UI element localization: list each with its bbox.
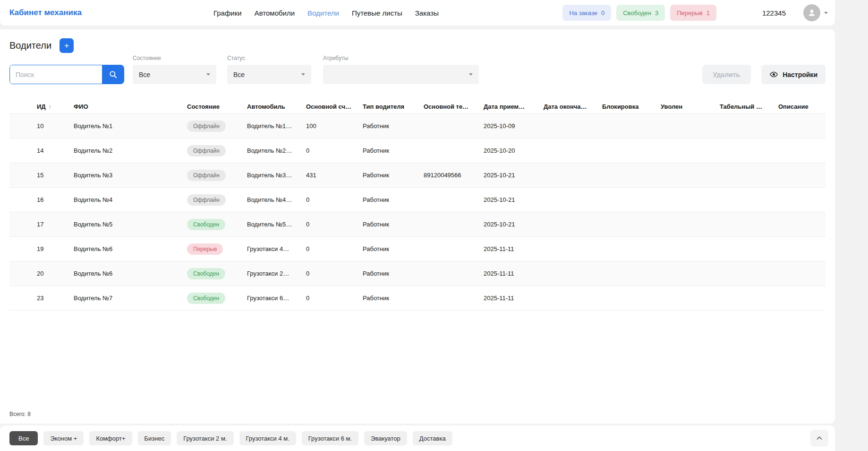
column-header[interactable]: Описание: [778, 103, 825, 110]
table-row[interactable]: 17Водитель №5СвободенВодитель №5…0Работн…: [9, 212, 825, 237]
collapse-button[interactable]: [810, 430, 828, 447]
nav-item[interactable]: Автомобили: [255, 9, 295, 17]
cell-fio: Водитель №6: [74, 270, 187, 277]
delete-button[interactable]: Удалить: [702, 65, 751, 84]
add-driver-button[interactable]: +: [60, 38, 74, 53]
status-badge-break[interactable]: Перерыв1: [670, 5, 716, 21]
table-header-row: ИД↑ФИОСостояниеАвтомобильОсновной сч…Тип…: [9, 99, 825, 113]
cell-id: 17: [9, 221, 74, 228]
attributes-filter-select[interactable]: [323, 65, 479, 84]
status-filter-value: Все: [233, 71, 245, 78]
state-pill: Оффлайн: [187, 121, 226, 132]
class-chip[interactable]: Грузотакси 6 м.: [302, 431, 358, 445]
status-badge-label: На заказе: [569, 9, 597, 17]
column-header[interactable]: ИД↑: [9, 103, 74, 110]
cell-account: 100: [306, 122, 363, 130]
table-row[interactable]: 19Водитель №6ПерерывГрузотакси 4…0Работн…: [9, 237, 825, 261]
column-header[interactable]: Дата прием…: [484, 103, 544, 110]
search-button[interactable]: [102, 65, 124, 84]
table-row[interactable]: 20Водитель №6СвободенГрузотакси 2…0Работ…: [9, 261, 825, 286]
class-chip[interactable]: Комфорт+: [89, 431, 132, 445]
table-row[interactable]: 10Водитель №1ОффлайнВодитель №1…100Работ…: [9, 114, 825, 139]
column-header[interactable]: Дата оконча…: [544, 103, 602, 110]
cell-date-hired: 2025-10-20: [484, 147, 544, 154]
column-header[interactable]: Основной те…: [424, 103, 484, 110]
column-header[interactable]: Основной сч…: [306, 103, 363, 110]
table-row[interactable]: 15Водитель №3ОффлайнВодитель №3…431Работ…: [9, 163, 825, 188]
column-header[interactable]: ФИО: [74, 103, 187, 110]
status-badge-free[interactable]: Свободен3: [616, 5, 665, 21]
cell-driver-type: Работник: [363, 270, 424, 277]
chevron-down-icon: [469, 73, 473, 76]
column-header-label: Дата оконча…: [544, 103, 587, 110]
cell-fio: Водитель №5: [74, 221, 187, 228]
class-chip[interactable]: Доставка: [413, 431, 452, 445]
cell-account: 0: [306, 147, 363, 154]
filter-attributes-label: Атрибуты: [323, 55, 479, 61]
nav-item[interactable]: Графики: [213, 9, 242, 17]
cell-id: 23: [9, 295, 74, 302]
class-chip[interactable]: Бизнес: [138, 431, 171, 445]
user-menu[interactable]: [803, 4, 828, 21]
column-header-label: Основной сч…: [306, 103, 351, 110]
cell-driver-type: Работник: [363, 245, 424, 252]
column-header[interactable]: Автомобиль: [247, 103, 306, 110]
column-header[interactable]: Уволен: [661, 103, 720, 110]
avatar[interactable]: [803, 4, 820, 21]
user-id: 122345: [762, 9, 786, 17]
cell-car: Водитель №2…: [247, 147, 306, 154]
table-row[interactable]: 14Водитель №2ОффлайнВодитель №2…0Работни…: [9, 139, 825, 163]
class-chip[interactable]: Грузотакси 2 м.: [177, 431, 233, 445]
column-header[interactable]: Состояние: [187, 103, 247, 110]
search-input[interactable]: [10, 65, 102, 84]
settings-button[interactable]: Настройки: [761, 65, 825, 84]
column-header-label: Состояние: [187, 103, 220, 110]
column-header[interactable]: Блокировка: [602, 103, 661, 110]
class-chip[interactable]: Эвакуатор: [364, 431, 407, 445]
state-pill: Оффлайн: [187, 194, 226, 206]
app-header: Кабинет механика ГрафикиАвтомобилиВодите…: [0, 0, 835, 26]
cell-state: Оффлайн: [187, 194, 247, 206]
state-filter-select[interactable]: Все: [133, 65, 216, 84]
status-badge-label: Перерыв: [677, 9, 703, 17]
search-box: [9, 65, 124, 84]
cell-id: 14: [9, 147, 74, 154]
cell-account: 0: [306, 196, 363, 203]
class-chip[interactable]: Эконом +: [43, 431, 84, 445]
state-pill: Перерыв: [187, 243, 223, 255]
table-body: 10Водитель №1ОффлайнВодитель №1…100Работ…: [9, 113, 825, 311]
column-header-label: ИД: [37, 103, 46, 110]
state-pill: Свободен: [187, 268, 225, 279]
cell-phone: 89120049566: [424, 172, 484, 179]
state-pill: Свободен: [187, 219, 225, 230]
nav-item[interactable]: Путевые листы: [352, 9, 402, 17]
chevron-down-icon: [824, 12, 828, 14]
cell-car: Водитель №1…: [247, 122, 306, 130]
cell-state: Оффлайн: [187, 145, 247, 156]
class-chip[interactable]: Все: [9, 431, 38, 445]
table-row[interactable]: 23Водитель №7СвободенГрузотакси 6…0Работ…: [9, 286, 825, 311]
cell-car: Водитель №5…: [247, 221, 306, 228]
status-filter-select[interactable]: Все: [227, 65, 311, 84]
status-badge-on-order[interactable]: На заказе0: [562, 5, 611, 21]
plus-icon: +: [64, 42, 69, 50]
column-header[interactable]: Табельный …: [720, 103, 778, 110]
cell-date-hired: 2025-10-21: [484, 172, 544, 179]
table-row[interactable]: 16Водитель №4ОффлайнВодитель №4…0Работни…: [9, 188, 825, 212]
cell-driver-type: Работник: [363, 196, 424, 203]
state-filter-value: Все: [139, 71, 150, 78]
status-badge-count: 1: [706, 9, 710, 17]
total-count: Всего: 8: [0, 411, 835, 424]
filter-state: Состояние Все: [133, 55, 216, 84]
column-header-label: Описание: [778, 103, 808, 110]
nav-item[interactable]: Заказы: [415, 9, 439, 17]
filter-status-label: Статус: [227, 55, 311, 61]
cell-date-hired: 2025-10-21: [484, 221, 544, 228]
cell-state: Оффлайн: [187, 170, 247, 181]
chevron-down-icon: [206, 73, 210, 76]
column-header[interactable]: Тип водителя: [363, 103, 424, 110]
class-chip[interactable]: Грузотакси 4 м.: [239, 431, 296, 445]
header-right: На заказе0Свободен3Перерыв1 122345: [562, 4, 828, 21]
page-title: Водители: [9, 40, 51, 51]
nav-item[interactable]: Водители: [307, 9, 339, 17]
